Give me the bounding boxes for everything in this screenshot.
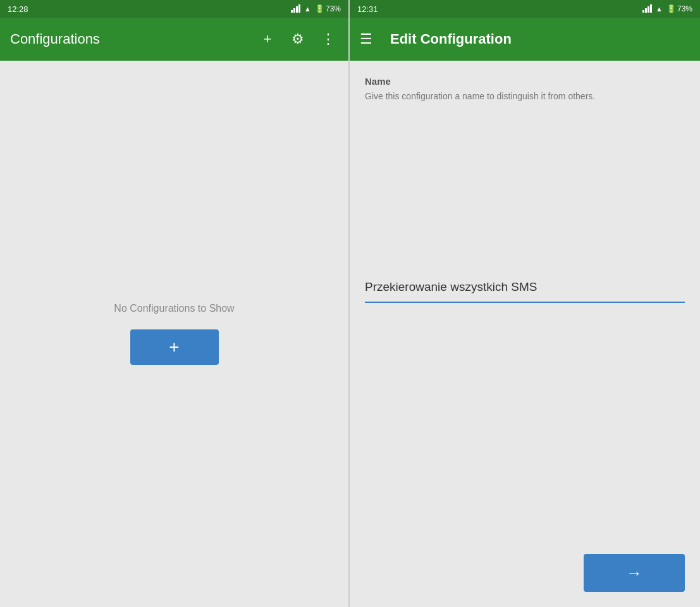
arrow-right-icon: → (626, 563, 642, 583)
field-label: Name (365, 76, 685, 87)
left-time: 12:28 (8, 4, 28, 14)
add-config-icon[interactable]: + (257, 31, 278, 47)
right-phone: 12:31 ▲ 🔋 73% ☰ Edit Configuration Name … (350, 0, 700, 607)
more-options-icon[interactable]: ⋮ (318, 31, 338, 47)
right-signal-icon (642, 5, 652, 13)
left-app-title: Configurations (10, 31, 247, 47)
wifi-icon: ▲ (304, 5, 311, 13)
left-status-icons: ▲ 🔋 73% (291, 4, 341, 13)
field-description: Give this configuration a name to distin… (365, 90, 685, 103)
name-input-container[interactable]: Przekierowanie wszystkich SMS (365, 280, 685, 303)
left-phone: 12:28 ▲ 🔋 73% Configurations + ⚙ ⋮ No Co… (0, 0, 350, 607)
right-app-title: Edit Configuration (390, 31, 690, 47)
right-status-bar: 12:31 ▲ 🔋 73% (350, 0, 700, 18)
hamburger-menu-icon[interactable]: ☰ (360, 31, 380, 47)
signal-icon (291, 5, 300, 13)
right-app-bar: ☰ Edit Configuration (350, 18, 700, 61)
left-status-bar: 12:28 ▲ 🔋 73% (0, 0, 348, 18)
right-status-icons: ▲ 🔋 73% (642, 4, 692, 13)
add-configuration-button[interactable]: + (130, 329, 219, 365)
settings-icon[interactable]: ⚙ (288, 31, 308, 47)
empty-state-text: No Configurations to Show (114, 303, 234, 314)
plus-icon: + (169, 338, 179, 356)
right-time: 12:31 (357, 4, 378, 14)
battery-icon: 🔋 73% (315, 4, 341, 13)
left-content: No Configurations to Show + (0, 61, 348, 607)
left-app-bar: Configurations + ⚙ ⋮ (0, 18, 348, 61)
right-wifi-icon: ▲ (656, 5, 663, 13)
next-button[interactable]: → (584, 554, 685, 592)
right-battery-icon: 🔋 73% (666, 4, 692, 13)
name-field-section: Name Give this configuration a name to d… (365, 76, 685, 539)
right-content: Name Give this configuration a name to d… (350, 61, 700, 607)
name-input-value[interactable]: Przekierowanie wszystkich SMS (365, 280, 685, 294)
